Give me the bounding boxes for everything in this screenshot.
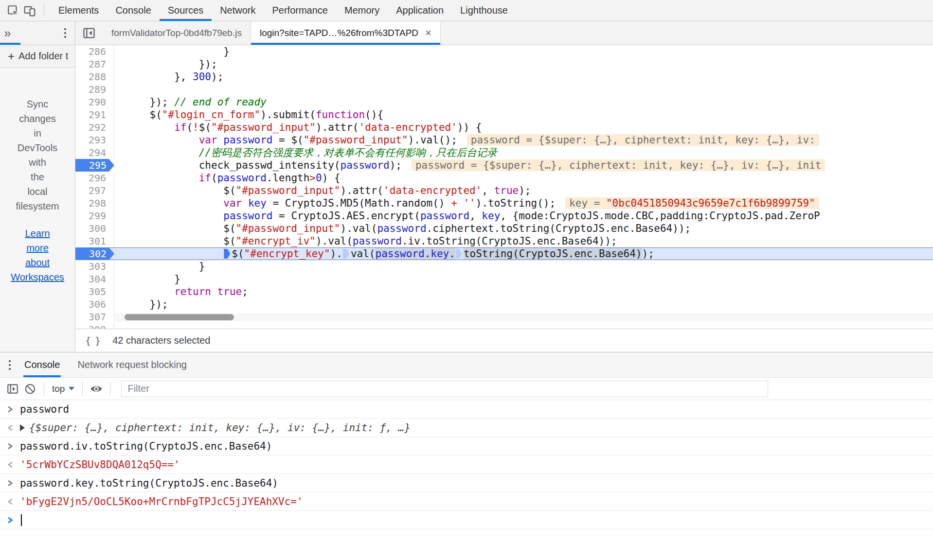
- console-result-object-row: {$super: {…}, ciphertext: init, key: {…}…: [0, 419, 933, 437]
- console-message-text: password.iv.toString(CryptoJS.enc.Base64…: [20, 440, 272, 452]
- line-number[interactable]: 298: [75, 197, 114, 210]
- inline-debug-value: password = {$super: {…}, ciphertext: ini…: [412, 159, 825, 171]
- sync-message-line: with: [0, 155, 75, 170]
- line-number[interactable]: 291: [75, 108, 114, 121]
- line-number[interactable]: 296: [75, 172, 114, 184]
- line-number[interactable]: 304: [75, 273, 114, 285]
- console-filter-input[interactable]: [121, 381, 768, 397]
- hide-navigator-icon[interactable]: [75, 21, 103, 45]
- console-sidebar-toggle-icon[interactable]: [4, 380, 21, 398]
- javascript-context-selector[interactable]: top: [49, 384, 77, 394]
- breakpoint-line-number[interactable]: 295: [75, 159, 114, 172]
- tab-application[interactable]: Application: [388, 0, 452, 21]
- code-text[interactable]: }: [114, 260, 933, 273]
- code-text[interactable]: [114, 83, 933, 96]
- more-tabs-icon[interactable]: »: [4, 27, 11, 39]
- code-editor[interactable]: 286 }287 });288 }, 300);289290 }); // en…: [75, 45, 933, 329]
- code-text[interactable]: var key = CryptoJS.MD5(Math.random() + '…: [114, 197, 933, 210]
- code-text[interactable]: }); // end of ready: [114, 96, 933, 108]
- line-number[interactable]: 293: [75, 134, 114, 146]
- pretty-print-icon[interactable]: { }: [85, 335, 100, 347]
- horizontal-scrollbar[interactable]: [115, 313, 933, 321]
- device-toolbar-icon[interactable]: [21, 2, 38, 19]
- tab-elements[interactable]: Elements: [50, 0, 107, 21]
- line-number[interactable]: 308: [75, 323, 114, 329]
- console-message-text: '5crWbYCzSBUv8DQA012q5Q==': [20, 459, 180, 471]
- line-number[interactable]: 286: [75, 45, 114, 58]
- inspect-element-icon[interactable]: [5, 2, 21, 19]
- tab-network[interactable]: Network: [212, 0, 264, 21]
- code-text[interactable]: if(!$("#password_input").attr('data-encr…: [114, 121, 933, 134]
- code-text[interactable]: });: [114, 298, 933, 311]
- code-text[interactable]: $("#encrypt_iv").val(password.iv.toStrin…: [114, 235, 933, 247]
- toolbar-separator: [44, 4, 44, 17]
- code-text[interactable]: $("#login_cn_form").submit(function(){: [114, 108, 933, 121]
- file-tab[interactable]: formValidatorTop-0bd4fb79eb.js: [103, 21, 251, 45]
- console-messages: password{$super: {…}, ciphertext: init, …: [0, 400, 933, 560]
- code-text[interactable]: }, 300);: [114, 70, 933, 83]
- inline-breakpoint-marker-icon[interactable]: [343, 249, 349, 259]
- code-text[interactable]: if(password.length>0) {: [114, 172, 933, 184]
- close-icon[interactable]: ×: [425, 28, 431, 38]
- code-text[interactable]: var password = $("#password_input").val(…: [114, 134, 933, 146]
- navigator-empty-state: SyncchangesinDevToolswiththelocalfilesys…: [0, 68, 75, 352]
- line-number[interactable]: 307: [75, 311, 114, 323]
- add-folder-button[interactable]: + Add folder t: [0, 45, 75, 68]
- tab-performance[interactable]: Performance: [264, 0, 337, 21]
- code-text[interactable]: $("#encrypt_key").val(password.key.toStr…: [114, 247, 933, 260]
- line-number[interactable]: 303: [75, 260, 114, 273]
- device-toolbar-icon: [23, 4, 36, 17]
- context-label: top: [52, 384, 65, 394]
- code-line: 300 $("#password_input").val(password.ci…: [75, 222, 933, 235]
- expand-triangle-icon[interactable]: [20, 424, 25, 431]
- code-text[interactable]: });: [114, 58, 933, 70]
- tab-memory[interactable]: Memory: [336, 0, 388, 21]
- code-line: 307: [75, 311, 933, 323]
- line-number[interactable]: 292: [75, 121, 114, 134]
- line-number[interactable]: 294: [75, 146, 114, 159]
- drawer-tab-network-request-blocking[interactable]: Network request blocking: [76, 352, 188, 377]
- code-text[interactable]: }: [114, 45, 933, 58]
- learn-more-workspaces-link[interactable]: more: [0, 241, 75, 255]
- code-text[interactable]: $("#password_input").val(password.cipher…: [114, 222, 933, 235]
- drawer-more-options-icon[interactable]: [7, 358, 13, 372]
- scrollbar-thumb[interactable]: [125, 314, 234, 320]
- line-number[interactable]: 300: [75, 222, 114, 235]
- inline-breakpoint-marker-icon[interactable]: [224, 249, 230, 259]
- tab-console[interactable]: Console: [107, 0, 159, 21]
- learn-more-workspaces-link[interactable]: Learn: [0, 226, 75, 241]
- line-number[interactable]: 288: [75, 70, 114, 83]
- code-text[interactable]: return true;: [114, 285, 933, 298]
- drawer-tab-console[interactable]: Console: [23, 352, 61, 377]
- file-tab[interactable]: login?site=TAPD…%26from%3DTAPD×: [251, 21, 441, 45]
- line-number[interactable]: 289: [75, 83, 114, 96]
- inspect-element-icon: [7, 4, 19, 17]
- code-text[interactable]: password = CryptoJS.AES.encrypt(password…: [114, 210, 933, 222]
- learn-more-workspaces-link[interactable]: Workspaces: [0, 270, 75, 284]
- live-expression-eye-icon: [90, 382, 103, 396]
- tab-sources[interactable]: Sources: [160, 0, 212, 21]
- line-number[interactable]: 299: [75, 210, 114, 222]
- code-text[interactable]: [114, 323, 933, 329]
- line-number[interactable]: 290: [75, 96, 114, 108]
- tab-lighthouse[interactable]: Lighthouse: [452, 0, 516, 21]
- clear-console-icon[interactable]: [21, 380, 39, 398]
- line-number[interactable]: 301: [75, 235, 114, 247]
- line-number[interactable]: 287: [75, 58, 114, 70]
- inline-breakpoint-marker-icon[interactable]: [456, 249, 462, 259]
- line-number[interactable]: 305: [75, 285, 114, 298]
- drawer-tab-strip: ConsoleNetwork request blocking: [0, 352, 933, 378]
- line-number[interactable]: 297: [75, 184, 114, 197]
- live-expression-eye-icon[interactable]: [88, 380, 105, 398]
- breakpoint-line-number[interactable]: 302: [75, 247, 114, 260]
- code-text[interactable]: //密码是否符合强度要求，对表单不会有任何影响，只在后台记录: [114, 146, 933, 159]
- console-message-text: password.key.toString(CryptoJS.enc.Base6…: [20, 477, 278, 489]
- line-number[interactable]: 306: [75, 298, 114, 311]
- learn-more-workspaces-link[interactable]: about: [0, 255, 75, 270]
- code-text[interactable]: }: [114, 273, 933, 285]
- code-text[interactable]: check_passwd_intensity(password);passwor…: [114, 159, 933, 172]
- code-text[interactable]: $("#password_input").attr('data-encrypte…: [114, 184, 933, 197]
- navigator-more-options-icon[interactable]: [62, 26, 68, 40]
- code-line: 292 if(!$("#password_input").attr('data-…: [75, 121, 933, 134]
- console-prompt-row[interactable]: [0, 511, 933, 529]
